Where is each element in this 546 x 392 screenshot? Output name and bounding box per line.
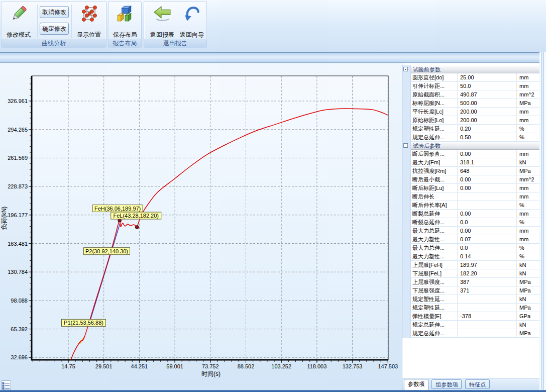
param-value[interactable]: 318.1 <box>458 158 517 167</box>
margin-cell <box>402 329 411 338</box>
confirm-modify-button[interactable]: 确定修改 <box>40 23 69 35</box>
param-row[interactable]: 规定总延伸...0.50% <box>402 133 539 142</box>
param-value[interactable]: 648 <box>458 167 517 175</box>
group-label-exit-report: 退出报告 <box>144 39 206 48</box>
param-value[interactable]: 200.00 <box>458 116 517 125</box>
param-unit: kN <box>517 269 539 278</box>
save-layout-button[interactable]: 保存布局 <box>110 3 141 38</box>
param-row[interactable]: 断后标距[Lu]0.00mm <box>402 184 539 192</box>
param-label: 最大力总延... <box>411 227 458 235</box>
param-row[interactable]: 引伸计标距...50.0mm <box>402 82 539 90</box>
param-row[interactable]: 平行长度[Lc]200.00mm <box>402 108 539 116</box>
param-row[interactable]: 规定总延伸...kN <box>402 321 539 329</box>
legend-list-button[interactable] <box>1 380 11 390</box>
app-window: { "toolbar": { "groups": [ {"label": "曲线… <box>0 0 546 392</box>
back-to-report-button[interactable]: 返回报表 <box>147 3 178 38</box>
param-row[interactable]: 圆形直径[do]25.00mm <box>402 73 539 82</box>
tab-group-parameter-items[interactable]: 组参数项 <box>431 379 462 389</box>
param-unit: mm <box>517 116 539 125</box>
param-row[interactable]: 断后圆形直...0.00mm <box>402 150 539 158</box>
param-row[interactable]: 规定总延伸...MPa <box>402 329 539 338</box>
param-value[interactable]: 182.20 <box>458 269 517 278</box>
param-value[interactable]: 387 <box>458 278 517 286</box>
margin-cell <box>402 235 411 244</box>
margin-cell <box>402 269 411 278</box>
param-value[interactable]: 189.97 <box>458 261 517 269</box>
param-value[interactable]: 0.0 <box>458 244 517 252</box>
param-label: 断裂总延伸 <box>411 210 458 218</box>
param-section-header[interactable]: 试验后参数 <box>402 142 539 150</box>
param-value[interactable]: 371 <box>458 286 517 295</box>
param-row[interactable]: 下屈服[FeL]182.20kN <box>402 269 539 278</box>
annotation-text: FeH(36.06,189.97) <box>94 206 141 212</box>
tab-parameter-items[interactable]: 参数项 <box>404 379 428 390</box>
margin-cell <box>402 184 411 192</box>
param-row[interactable]: 弹性模量[E]-378GPa <box>402 312 539 321</box>
param-row[interactable]: 最大力总伸...0.0% <box>402 244 539 252</box>
param-row[interactable]: 断裂总延伸0.00mm <box>402 210 539 218</box>
cancel-modify-button[interactable]: 取消修改 <box>40 6 69 18</box>
param-value[interactable]: 500.00 <box>458 99 517 108</box>
x-tick-label: 103.252 <box>271 363 291 369</box>
param-value[interactable] <box>458 192 517 201</box>
show-position-button[interactable]: 显示位置 <box>73 3 104 38</box>
margin-cell <box>402 192 411 201</box>
param-value[interactable]: 200.00 <box>458 108 517 116</box>
back-to-report-label: 返回报表 <box>150 31 174 38</box>
param-value[interactable]: 490.87 <box>458 90 517 99</box>
param-row[interactable]: 断裂总延伸...0.0% <box>402 218 539 227</box>
param-row[interactable]: 规定塑性延...MPa <box>402 304 539 312</box>
param-row[interactable]: 断后伸长率[A]% <box>402 201 539 210</box>
modify-mode-button[interactable]: 修改模式 <box>3 3 34 38</box>
param-value[interactable]: 0.0 <box>458 218 517 227</box>
param-row[interactable]: 原始标距[Lo]200.00mm <box>402 116 539 125</box>
back-arrow-icon <box>153 5 172 23</box>
param-value[interactable] <box>458 329 517 338</box>
param-label: 断后圆形直... <box>411 150 458 158</box>
param-value[interactable]: 0.50 <box>458 133 517 142</box>
param-value[interactable] <box>458 295 517 304</box>
param-label: 规定总延伸... <box>411 321 458 329</box>
margin-cell <box>402 108 411 116</box>
param-value[interactable]: 0.00 <box>458 150 517 158</box>
back-to-wizard-button[interactable]: 返回向导 <box>176 3 207 38</box>
param-value[interactable] <box>458 321 517 329</box>
param-value[interactable] <box>458 201 517 210</box>
panel-tab-bar: 参数项 组参数项 特征点 <box>402 378 539 390</box>
y-axis-title: 负荷(kN) <box>1 207 8 230</box>
param-value[interactable]: 0.00 <box>458 175 517 184</box>
collapse-icon[interactable] <box>403 67 408 71</box>
param-value[interactable]: 0.20 <box>458 125 517 133</box>
param-row[interactable]: 上屈服[FeH]189.97kN <box>402 261 539 269</box>
param-row[interactable]: 下屈服强度...371MPa <box>402 286 539 295</box>
param-row[interactable]: 规定塑性延...0.20% <box>402 125 539 133</box>
param-row[interactable]: 规定塑性延...kN <box>402 295 539 304</box>
param-value[interactable]: 0.00 <box>458 184 517 192</box>
param-label: 圆形直径[do] <box>411 73 458 82</box>
param-row[interactable]: 最大力塑性...0.07mm <box>402 235 539 244</box>
param-section-header[interactable]: 试验前参数 <box>402 65 539 73</box>
param-value[interactable]: 50.0 <box>458 82 517 90</box>
tab-feature-points[interactable]: 特征点 <box>465 379 490 389</box>
param-value[interactable]: 0.00 <box>458 227 517 235</box>
param-row[interactable]: 上屈服强度...387MPa <box>402 278 539 286</box>
param-row[interactable]: 断后伸长mm <box>402 192 539 201</box>
param-row[interactable]: 抗拉强度[Rm]648MPa <box>402 167 539 175</box>
margin-cell <box>402 125 411 133</box>
param-value[interactable]: -378 <box>458 312 517 321</box>
param-row[interactable]: 最大力[Fm]318.1kN <box>402 158 539 167</box>
param-value[interactable] <box>458 304 517 312</box>
param-value[interactable]: 25.00 <box>458 73 517 82</box>
param-value[interactable]: 0.14 <box>458 252 517 261</box>
param-row[interactable]: 最大力塑性...0.14% <box>402 252 539 261</box>
margin-cell <box>402 252 411 261</box>
param-row[interactable]: 断后最小截...0.00mm^2 <box>402 175 539 184</box>
param-row[interactable]: 最大力总延...0.00mm <box>402 227 539 235</box>
param-row[interactable]: 标称屈服[N...500.00MPa <box>402 99 539 108</box>
collapse-icon[interactable] <box>403 143 408 148</box>
margin-cell <box>402 142 411 150</box>
param-value[interactable]: 0.07 <box>458 235 517 244</box>
param-row[interactable]: 原始截面积...490.87mm^2 <box>402 90 539 99</box>
param-label: 断后伸长率[A] <box>411 201 458 210</box>
param-value[interactable]: 0.00 <box>458 210 517 218</box>
